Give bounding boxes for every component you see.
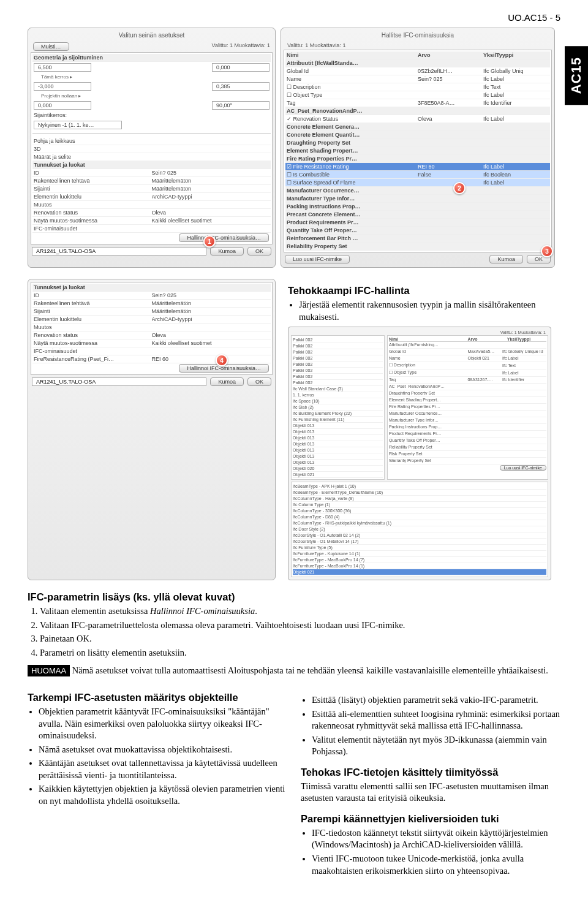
selected-objekti[interactable]: Objekti 021 <box>293 569 546 575</box>
tree-item[interactable]: Palkki 002 <box>293 362 383 368</box>
tree-item[interactable]: Objekti 013 <box>293 441 383 447</box>
prop-item[interactable]: ☐ DescriptionIfc Text <box>389 362 546 369</box>
tree-item[interactable]: Objekti 013 <box>293 447 383 453</box>
property-row[interactable]: Fire Rating Properties Pr… <box>285 155 550 163</box>
prop-item[interactable]: AC_Pset_RenovationAndP… <box>389 384 546 390</box>
prop-item[interactable]: Manufacturer Occurrence… <box>389 411 546 417</box>
section-geom[interactable]: Geometria ja sijoittuminen <box>34 55 270 61</box>
prop-item[interactable]: Risk Property Set <box>389 451 546 458</box>
property-row[interactable]: Manufacturer Occurrence… <box>285 187 550 195</box>
prop-item[interactable]: Manufacturer Type Infor… <box>389 417 546 424</box>
proj-nollaan[interactable]: Projektin nollaan ▸ <box>34 93 81 99</box>
property-row[interactable]: AC_Pset_RenovationAndP… <box>285 107 550 115</box>
tree-item[interactable]: Ifc Space (10) <box>293 398 383 404</box>
tree-item[interactable]: Ifc Slab (2) <box>293 404 383 411</box>
tree-item[interactable]: Objekti 013 <box>293 435 383 441</box>
property-row[interactable]: ☐ Is CombustibleFalseIfc Boolean <box>285 171 550 179</box>
tree-item[interactable]: Objekti 013 <box>293 453 383 460</box>
sijaintikerros-select[interactable]: Nykyinen -1 (1. 1. ke… <box>34 121 122 129</box>
property-row[interactable]: Global Id0SZb2efILH…Ifc Globally Uniq <box>285 67 550 75</box>
luo-uusi-small[interactable]: Luo uusi IFC-nimike <box>500 465 546 471</box>
tama-kerros[interactable]: Tämä kerros ▸ <box>34 74 72 80</box>
hallinnoi-button[interactable]: Hallinnoi IFC-ominaisuuksia… <box>179 233 269 242</box>
property-row[interactable]: NameSein? 025Ifc Label <box>285 75 550 83</box>
type-item[interactable]: IfcBeamType - ElementType_DefaultName (1… <box>293 490 546 496</box>
type-item[interactable]: Ifc Door Style (2) <box>293 526 546 532</box>
type-item[interactable]: IfcFurnitureType - Kopiokone 14 (1) <box>293 551 546 557</box>
property-row[interactable]: ☑ Fire Resistance RatingREI 60Ifc Label <box>285 163 550 171</box>
tree-item[interactable]: Palkki 002 <box>293 380 383 386</box>
prop-item[interactable]: Element Shading Propert… <box>389 397 546 404</box>
tree-item[interactable]: Objekti 013 <box>293 460 383 466</box>
type-item[interactable]: IfcColumnType - 300X300 (36) <box>293 508 546 514</box>
layer-select-mid[interactable]: AR1241_US.TALO-OSA <box>32 377 206 386</box>
prop-item[interactable]: Warranty Property Set <box>389 458 546 464</box>
prop-item[interactable]: Attribuutit (IfcFurnishing… <box>389 342 546 349</box>
ok-button-mid[interactable]: OK <box>247 377 271 386</box>
property-row[interactable]: Element Shading Propert… <box>285 147 550 155</box>
layer-select[interactable]: AR1241_US.TALO-OSA <box>32 247 206 256</box>
kumoa-button-tr[interactable]: Kumoa <box>489 255 523 263</box>
section-tunnukset[interactable]: Tunnukset ja luokat <box>34 162 270 168</box>
tree-item[interactable]: Objekti 013 <box>293 423 383 429</box>
tree-item[interactable]: Ifc Building Element Proxy (22) <box>293 411 383 417</box>
property-row[interactable]: Reinforcement Bar Pitch … <box>285 235 550 243</box>
type-item[interactable]: IfcDoorStyle - O1 Metallovi 14 (17) <box>293 539 546 545</box>
zero-input[interactable]: 0,000 <box>34 101 91 110</box>
property-row[interactable]: Tag3F8E50A8-A…Ifc Identifier <box>285 99 550 107</box>
property-row[interactable]: Concrete Element Quantit… <box>285 131 550 139</box>
tree-item[interactable]: Ifc Furnishing Element (11) <box>293 417 383 423</box>
type-item[interactable]: IfcBeamType - APK H-jalat 1 (10) <box>293 483 546 490</box>
kumoa-button-tl[interactable]: Kumoa <box>210 247 244 256</box>
property-row[interactable]: ✓ Renovation StatusOlevaIfc Label <box>285 115 550 123</box>
tree-item[interactable]: Objekti 020 <box>293 466 383 472</box>
property-row[interactable]: Packing Instructions Prop… <box>285 203 550 211</box>
tree-item[interactable]: 1. 1. kerros <box>293 392 383 398</box>
ok-button-tl[interactable]: OK <box>247 247 271 256</box>
property-row[interactable]: Reliability Property Set <box>285 243 550 251</box>
tree-item[interactable]: Palkki 002 <box>293 343 383 349</box>
prop-item[interactable]: Quantity Take Off Proper… <box>389 438 546 444</box>
property-row[interactable]: ☐ Object TypeIfc Label <box>285 91 550 99</box>
property-row[interactable]: Precast Concrete Element… <box>285 211 550 219</box>
muisti-button[interactable]: Muisti… <box>33 42 69 51</box>
property-row[interactable]: ☐ Surface Spread Of FlameIfc Label <box>285 179 550 187</box>
prop-item[interactable]: ☐ Object TypeIfc Label <box>389 369 546 377</box>
prop-item[interactable]: NameObjekti 021Ifc Label <box>389 355 546 362</box>
luo-uusi-button[interactable]: Luo uusi IFC-nimike <box>285 255 350 263</box>
prop-item[interactable]: Product Requirements Pr… <box>389 431 546 438</box>
property-row[interactable]: Quantity Take Off Proper… <box>285 227 550 235</box>
type-item[interactable]: IfcColumnType - RHS-putkipalkki kylmäval… <box>293 520 546 526</box>
section-3d[interactable]: 3D <box>34 146 270 152</box>
type-item[interactable]: Ifc Furniture Type (5) <box>293 545 546 551</box>
prop-item[interactable]: Fire Rating Properties Pr… <box>389 404 546 411</box>
tree-item[interactable]: Palkki 002 <box>293 349 383 355</box>
section-tunnukset-mid[interactable]: Tunnukset ja luokat <box>34 284 270 290</box>
type-item[interactable]: IfcColumnType - Harja_varte (8) <box>293 496 546 502</box>
tree-item[interactable]: Objekti 013 <box>293 429 383 435</box>
prop-item[interactable]: Tag08A31267-…Ifc Identifier <box>389 377 546 384</box>
type-item[interactable]: IfcDoorStyle - O1 Autotalli 02 14 (2) <box>293 532 546 539</box>
type-item[interactable]: Ifc Column Type (1) <box>293 502 546 508</box>
type-item[interactable]: IfcFurnitureType - MacBookPro 14 (7) <box>293 557 546 563</box>
tree-item[interactable]: Ifc Wall Standard Case (3) <box>293 386 383 392</box>
prop-item[interactable]: Draughting Property Set <box>389 390 546 397</box>
prop-item[interactable]: Packing Instructions Prop… <box>389 424 546 431</box>
prop-item[interactable]: Reliability Property Set <box>389 444 546 451</box>
section-pohja[interactable]: Pohja ja leikkaus <box>34 138 270 144</box>
tree-item[interactable]: Palkki 002 <box>293 355 383 362</box>
type-item[interactable]: IfcFurnitureType - MacBookPro 14 (1) <box>293 563 546 569</box>
height-input[interactable]: 6,500 <box>34 63 91 72</box>
section-maarat[interactable]: Määrät ja selite <box>34 154 270 160</box>
property-row[interactable]: Product Requirements Pr… <box>285 219 550 227</box>
offset-input[interactable]: 0,000 <box>212 63 270 72</box>
tree-item[interactable]: Palkki 002 <box>293 374 383 380</box>
tree-item[interactable]: Objekti 021 <box>293 472 383 478</box>
neg3-input[interactable]: -3,000 <box>34 82 91 91</box>
property-row[interactable]: Manufacturer Type Infor… <box>285 195 550 203</box>
type-item[interactable]: IfcColumnType - D80 (4) <box>293 514 546 520</box>
property-row[interactable]: Attribuutit (IfcWallStanda… <box>285 59 550 67</box>
thickness-input[interactable]: 0,385 <box>212 82 270 91</box>
property-row[interactable]: Concrete Element Genera… <box>285 123 550 131</box>
property-row[interactable]: Draughting Property Set <box>285 139 550 147</box>
